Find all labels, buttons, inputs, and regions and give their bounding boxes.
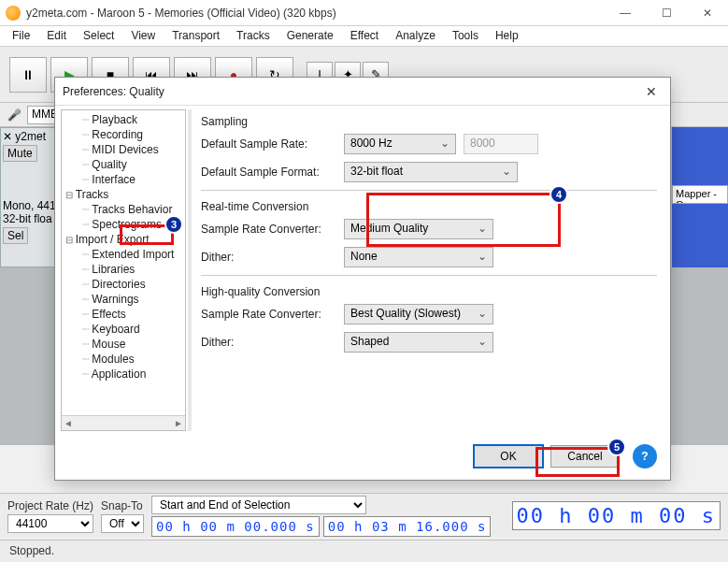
- window-title: y2meta.com - Maroon 5 - Memories (Offici…: [26, 7, 605, 20]
- app-logo-icon: [6, 6, 21, 21]
- tree-item-tracks[interactable]: Tracks: [64, 187, 185, 202]
- hq-converter-combo[interactable]: Best Quality (Slowest): [344, 304, 493, 324]
- menu-generate[interactable]: Generate: [278, 26, 342, 46]
- audio-position[interactable]: 00 h 00 m 00 s: [512, 501, 721, 530]
- close-button[interactable]: ✕: [687, 0, 728, 26]
- tree-item-effects[interactable]: Effects: [64, 307, 185, 322]
- status-bar: Stopped.: [0, 540, 728, 562]
- menu-select[interactable]: Select: [75, 26, 122, 46]
- tree-item-quality[interactable]: Quality: [64, 157, 185, 172]
- preferences-panel: Sampling Default Sample Rate: 8000 Hz 80…: [192, 106, 670, 435]
- default-sample-format-combo[interactable]: 32-bit float: [344, 162, 518, 182]
- tree-item-tracks-behavior[interactable]: Tracks Behavior: [64, 202, 185, 217]
- menu-tracks[interactable]: Tracks: [228, 26, 278, 46]
- menu-tools[interactable]: Tools: [444, 26, 487, 46]
- pause-button[interactable]: ⏸: [9, 57, 47, 93]
- tree-item-libraries[interactable]: Libraries: [64, 262, 185, 277]
- output-device-combo[interactable]: Mapper - O: [672, 185, 728, 204]
- snap-to-label: Snap-To: [101, 499, 144, 512]
- menu-help[interactable]: Help: [487, 26, 527, 46]
- preferences-tree[interactable]: PlaybackRecordingMIDI DevicesQualityInte…: [61, 109, 186, 431]
- selection-start[interactable]: 00 h 00 m 00.000 s: [151, 516, 320, 537]
- tree-item-modules[interactable]: Modules: [64, 352, 185, 367]
- tree-item-directories[interactable]: Directories: [64, 277, 185, 292]
- mute-button[interactable]: Mute: [3, 145, 37, 162]
- hq-dither-combo[interactable]: Shaped: [344, 332, 493, 353]
- dialog-title: Preferences: Quality: [63, 85, 640, 98]
- default-sample-rate-label: Default Sample Rate:: [201, 137, 336, 151]
- menu-edit[interactable]: Edit: [38, 26, 75, 46]
- tree-item-extended-import[interactable]: Extended Import: [64, 247, 185, 262]
- tree-item-keyboard[interactable]: Keyboard: [64, 322, 185, 337]
- selection-mode-combo[interactable]: Start and End of Selection: [151, 496, 366, 514]
- menu-effect[interactable]: Effect: [342, 26, 387, 46]
- hq-converter-label: Sample Rate Converter:: [201, 308, 336, 321]
- selection-toolbar: Project Rate (Hz) 44100 Snap-To Off Star…: [0, 493, 728, 538]
- default-sample-rate-combo[interactable]: 8000 Hz: [344, 134, 456, 154]
- menu-view[interactable]: View: [122, 26, 164, 46]
- tree-item-interface[interactable]: Interface: [64, 172, 185, 187]
- menu-transport[interactable]: Transport: [164, 26, 228, 46]
- minimize-button[interactable]: —: [605, 0, 646, 26]
- rt-converter-label: Sample Rate Converter:: [201, 223, 336, 236]
- tree-item-application[interactable]: Application: [64, 367, 185, 382]
- tree-item-import-export[interactable]: Import / Export: [64, 232, 185, 247]
- preferences-dialog: Preferences: Quality ✕ PlaybackRecording…: [54, 77, 671, 481]
- group-realtime: Real-time Conversion: [201, 200, 657, 213]
- tree-scrollbar[interactable]: ◄►: [62, 415, 185, 430]
- tree-item-mouse[interactable]: Mouse: [64, 337, 185, 352]
- rt-dither-label: Dither:: [201, 251, 336, 264]
- tree-item-playback[interactable]: Playback: [64, 112, 185, 127]
- cancel-button[interactable]: Cancel: [550, 445, 620, 468]
- rt-converter-combo[interactable]: Medium Quality: [344, 219, 493, 239]
- menubar: File Edit Select View Transport Tracks G…: [0, 26, 728, 47]
- dialog-close-button[interactable]: ✕: [640, 80, 663, 103]
- help-button[interactable]: ?: [633, 444, 657, 468]
- maximize-button[interactable]: ☐: [646, 0, 687, 26]
- tree-item-warnings[interactable]: Warnings: [64, 292, 185, 307]
- project-rate-combo[interactable]: 44100: [7, 514, 93, 533]
- rt-dither-combo[interactable]: None: [344, 247, 493, 267]
- project-rate-label: Project Rate (Hz): [7, 499, 93, 512]
- default-sample-format-label: Default Sample Format:: [201, 166, 336, 179]
- titlebar: y2meta.com - Maroon 5 - Memories (Offici…: [0, 0, 728, 26]
- menu-analyze[interactable]: Analyze: [387, 26, 444, 46]
- group-sampling: Sampling: [201, 115, 657, 128]
- tree-item-midi-devices[interactable]: MIDI Devices: [64, 142, 185, 157]
- mic-icon: 🎤: [7, 108, 21, 122]
- track-select-button[interactable]: Sel: [3, 227, 28, 244]
- group-highq: High-quality Conversion: [201, 285, 657, 298]
- ok-button[interactable]: OK: [474, 445, 543, 468]
- hq-dither-label: Dither:: [201, 336, 336, 349]
- snap-to-combo[interactable]: Off: [101, 514, 144, 533]
- selection-end[interactable]: 00 h 03 m 16.000 s: [323, 516, 492, 537]
- track-name: y2met: [15, 130, 46, 143]
- menu-file[interactable]: File: [4, 26, 38, 46]
- tree-item-recording[interactable]: Recording: [64, 127, 185, 142]
- tree-item-spectrograms[interactable]: Spectrograms: [64, 217, 185, 232]
- default-sample-rate-text[interactable]: 8000: [464, 134, 538, 154]
